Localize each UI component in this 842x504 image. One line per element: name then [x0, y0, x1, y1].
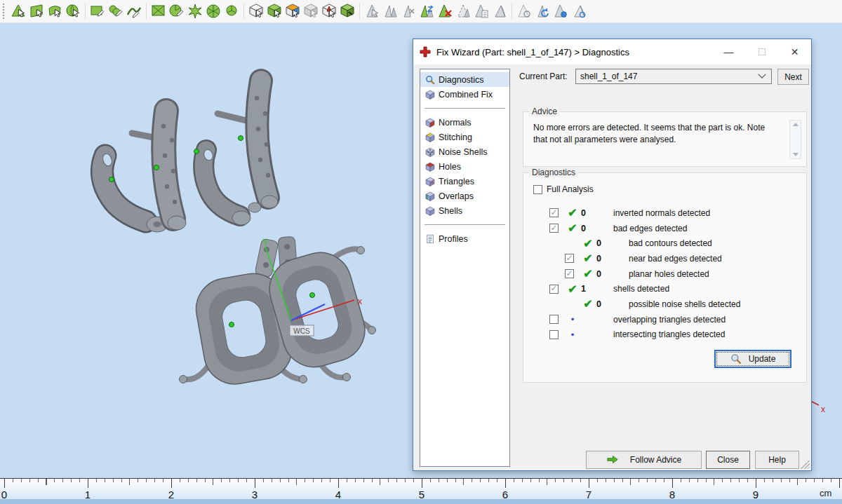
diagnostic-row: ✔ 0 bad contours detected [565, 236, 799, 251]
select-through-icon[interactable] [248, 3, 265, 20]
cube-dots-icon [425, 147, 435, 157]
select-solid-icon[interactable] [339, 3, 356, 20]
sector-mark-icon[interactable] [223, 3, 240, 20]
rectangle-mark-icon[interactable] [89, 3, 106, 20]
part-plate-2[interactable] [218, 81, 278, 212]
pie-mark-icon[interactable] [205, 3, 222, 20]
scroll-down-icon[interactable] [793, 153, 798, 156]
page-item-profiles[interactable]: Profiles [420, 231, 509, 246]
row-label: bad edges detected [613, 224, 687, 233]
advice-scrollbar[interactable] [789, 120, 801, 159]
row-count: 0 [596, 254, 629, 264]
status-ok-icon: ✔ [580, 252, 596, 265]
select-planes-icon[interactable] [28, 3, 45, 20]
horizontal-scroll-strip[interactable] [0, 499, 842, 504]
fix-wizard-dialog: Fix Wizard (Part: shell_1_of_147) > Diag… [413, 39, 812, 471]
status-ok-icon: ✔ [564, 206, 581, 219]
close-window-button[interactable]: ✕ [778, 39, 811, 64]
list-separator [425, 108, 505, 109]
page-item-holes[interactable]: Holes [420, 159, 509, 174]
row-checkbox[interactable] [549, 315, 559, 324]
page-item-normals[interactable]: Normals [420, 115, 509, 130]
delete-marked-icon[interactable] [436, 3, 453, 20]
ruler-unit: cm [820, 488, 831, 498]
page-item-diagnostics[interactable]: Diagnostics [420, 72, 509, 87]
page-item-overlaps[interactable]: Overlaps [420, 189, 509, 203]
part-bracket-2[interactable] [203, 148, 250, 225]
current-part-value: shell_1_of_147 [576, 71, 759, 81]
next-button[interactable]: Next [777, 69, 809, 85]
zoom-triangle-icon[interactable] [516, 3, 533, 20]
minimize-button[interactable]: — [712, 39, 745, 64]
document-icon [425, 234, 435, 244]
advice-text: No more errors are detected. It seems th… [533, 122, 766, 147]
select-visible-icon[interactable] [266, 3, 283, 20]
star-mark-icon[interactable] [187, 3, 203, 20]
circle-mark-icon[interactable] [168, 3, 185, 20]
chevron-down-icon [758, 71, 766, 79]
clipped-axis-x-label: x [821, 404, 825, 414]
fold-marked-icon[interactable] [570, 3, 587, 20]
select-top-plane-icon[interactable] [284, 3, 301, 20]
status-ok-icon: ✔ [580, 237, 596, 250]
row-checkbox[interactable] [549, 330, 559, 339]
resize-grip[interactable] [801, 460, 810, 469]
full-analysis-label: Full Analysis [547, 184, 594, 194]
current-part-label: Current Part: [519, 71, 568, 81]
update-marked-icon[interactable] [534, 3, 551, 20]
close-button[interactable]: Close [706, 451, 750, 469]
cube-icon [425, 206, 435, 216]
dialog-title: Fix Wizard (Part: shell_1_of_147) > Diag… [436, 47, 712, 57]
help-button[interactable]: Help [755, 451, 799, 469]
page-item-shells[interactable]: Shells [420, 203, 509, 218]
brush-mark-icon[interactable] [107, 3, 124, 20]
current-part-select[interactable]: shell_1_of_147 [575, 69, 772, 84]
dialog-titlebar[interactable]: Fix Wizard (Part: shell_1_of_147) > Diag… [413, 39, 811, 64]
row-checkbox[interactable] [549, 208, 559, 217]
full-analysis-checkbox[interactable] [533, 185, 542, 194]
fold-triangle-icon[interactable] [491, 3, 508, 20]
select-pointed-icon[interactable] [321, 3, 338, 20]
diagnostic-row: ✔ 1 shells detected [549, 281, 799, 297]
select-shells-icon[interactable] [65, 3, 81, 20]
window-mark-icon[interactable] [150, 3, 167, 20]
curve-mark-icon[interactable] [126, 3, 142, 20]
cube-icon [425, 90, 435, 100]
row-checkbox[interactable] [565, 254, 574, 263]
swap-marked-icon[interactable] [418, 3, 435, 20]
diagnostic-row: ✔ 0 near bad edges detected [565, 251, 799, 266]
row-count: 0 [596, 269, 629, 279]
toolbar-separator [359, 4, 360, 19]
select-inactive-icon[interactable] [302, 3, 319, 20]
mark-bent-triangle-icon[interactable] [382, 3, 399, 20]
wizard-pages-list: Diagnostics Combined Fix Normals Stitchi… [420, 69, 510, 467]
triangle-page-icon[interactable] [473, 3, 490, 20]
main-toolbar [0, 0, 842, 23]
row-count: 0 [581, 208, 613, 218]
follow-advice-button[interactable]: Follow Advice [586, 451, 702, 469]
toolbar-grip[interactable] [2, 3, 6, 20]
page-item-stitching[interactable]: Stitching [420, 130, 509, 144]
cube-red-face-icon [425, 118, 435, 128]
toolbar-separator [146, 4, 147, 19]
row-checkbox[interactable] [565, 269, 574, 278]
select-surfaces-icon[interactable] [46, 3, 63, 20]
ruler-major-ticks [0, 479, 842, 488]
update-button[interactable]: Update [714, 350, 791, 368]
scroll-up-icon[interactable] [793, 123, 798, 126]
status-pending-icon: • [564, 329, 581, 340]
page-item-noise-shells[interactable]: Noise Shells [420, 144, 509, 159]
row-checkbox[interactable] [549, 285, 559, 294]
mark-triangle-icon[interactable] [363, 3, 380, 20]
row-label: inverted normals detected [613, 208, 710, 218]
row-checkbox[interactable] [549, 224, 559, 233]
page-item-combined-fix[interactable]: Combined Fix [420, 87, 509, 102]
row-count: 0 [581, 224, 613, 233]
mark-plane-triangle-icon[interactable] [400, 3, 417, 20]
select-triangles-icon[interactable] [10, 3, 27, 20]
diagnostic-row: • overlapping triangles detected [549, 312, 799, 327]
mark-adjacent-icon[interactable] [455, 3, 472, 20]
page-item-triangles[interactable]: Triangles [420, 174, 509, 189]
zoom-marked-icon[interactable] [552, 3, 569, 20]
clipped-axis: x [812, 402, 825, 414]
